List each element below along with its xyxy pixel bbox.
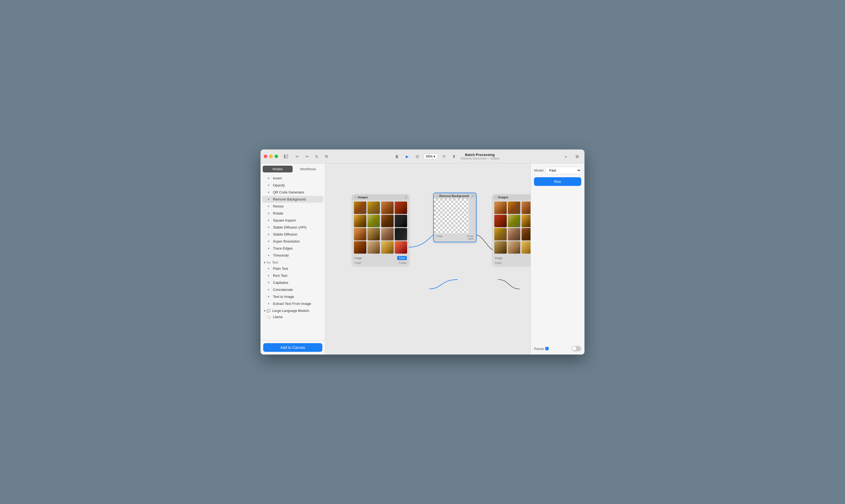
food-image xyxy=(367,201,380,214)
play-button[interactable]: ▶ xyxy=(403,152,411,161)
pause-row: Pause i xyxy=(534,344,581,351)
node-ports-right: Image Images xyxy=(493,261,530,265)
rb-port-image: Image xyxy=(436,235,443,240)
sidebar-item-label: Concatenate xyxy=(273,288,293,292)
clear-button-left[interactable]: Clear xyxy=(397,256,407,260)
sidebar-item-super-resolution[interactable]: ✦ Super Resolution xyxy=(262,238,323,245)
zoom-control[interactable]: 65% ▾ xyxy=(424,154,438,159)
rb-port-image-out: Image xyxy=(467,235,474,237)
sidebar-item-concatenate[interactable]: ✦ Concatenate xyxy=(262,286,323,293)
sidebar-item-resize[interactable]: ✦ Resize xyxy=(262,203,323,210)
sidebar-item-label: Threshold xyxy=(273,253,288,257)
fit-button[interactable]: ⊡ xyxy=(413,152,421,161)
sidebar-item-remove-bg[interactable]: ✦ Remove Background xyxy=(262,196,323,203)
align-button[interactable]: ⊓ xyxy=(440,152,448,161)
images-node-left[interactable]: ✕ Images ⊡ xyxy=(352,195,409,265)
node-expand-rb-button[interactable]: ⊡ xyxy=(472,195,474,198)
sidebar-item-invert[interactable]: ✦ Invert xyxy=(262,175,323,182)
node-header-left-content: ✕ Images xyxy=(354,196,368,199)
maximize-button[interactable] xyxy=(275,155,278,158)
panel-toggle-button[interactable]: ⊞ xyxy=(573,152,581,161)
node-icon: ✦ xyxy=(266,288,271,292)
sidebar-toggle-button[interactable] xyxy=(282,153,290,160)
redo-button[interactable]: ↪ xyxy=(303,152,311,161)
add-to-canvas-button[interactable]: Add to Canvas xyxy=(263,343,322,352)
food-image xyxy=(354,241,366,254)
sidebar-item-opacity[interactable]: ✦ Opacity xyxy=(262,182,323,188)
svg-rect-1 xyxy=(286,155,288,155)
node-header-right-content: ✕ Images xyxy=(495,196,508,199)
food-image xyxy=(494,241,507,254)
canvas-area[interactable]: ✕ Images ⊡ xyxy=(325,163,530,355)
sidebar-item-label: Trace Edges xyxy=(273,246,293,250)
minimize-button[interactable] xyxy=(269,155,273,158)
sidebar-item-square-aspect[interactable]: ✦ Square Aspect xyxy=(262,217,323,224)
titlebar-actions-left: ↩ ↪ ⎘ ⧉ xyxy=(293,152,331,161)
text-type-icon: Aa xyxy=(266,260,270,265)
model-select[interactable]: Fast Quality Standard xyxy=(546,167,581,174)
sidebar-footer: Add to Canvas xyxy=(261,340,325,355)
node-icon: ✦ xyxy=(266,191,271,194)
node-icon: ✦ xyxy=(266,218,271,222)
food-image xyxy=(367,215,380,227)
sidebar-item-llama[interactable]: 🦙 Llama xyxy=(262,313,323,320)
remove-bg-node[interactable]: ✕ Remove Background ⊡ Image Image Mask xyxy=(433,193,476,242)
sidebar-item-plain-text[interactable]: ✦ Plain Text xyxy=(262,265,323,272)
chevron-down-icon: ▾ xyxy=(264,260,265,265)
llama-icon: 🦙 xyxy=(266,315,271,319)
sidebar-item-label: Extract Text From Image xyxy=(273,302,311,306)
rb-port-right: Image Mask xyxy=(467,235,474,240)
food-image xyxy=(522,215,531,227)
run-button[interactable]: Run xyxy=(534,177,581,186)
port-label-image: Image xyxy=(354,262,361,264)
sidebar-item-rotate[interactable]: ✦ Rotate xyxy=(262,210,323,217)
node-icon: ✦ xyxy=(266,177,271,180)
node-close-button[interactable]: ✕ xyxy=(354,196,357,199)
node-close-rb-button[interactable]: ✕ xyxy=(436,195,438,198)
food-image xyxy=(381,241,393,254)
traffic-lights xyxy=(264,155,278,158)
sidebar-item-label: Square Aspect xyxy=(273,218,296,222)
sidebar-item-threshold[interactable]: ✦ Threshold xyxy=(262,252,323,259)
pause-label: Pause i xyxy=(534,347,549,351)
more-button[interactable]: » xyxy=(562,152,570,161)
sidebar-item-stable-diffusion[interactable]: ✦ Stable Diffusion xyxy=(262,231,323,238)
food-image-grid-left xyxy=(352,200,409,255)
sidebar-item-capitalize[interactable]: ✦ Capitalize xyxy=(262,279,323,286)
tab-workflows[interactable]: Workflows xyxy=(293,166,323,173)
food-image xyxy=(508,241,520,254)
sidebar-item-extract-text[interactable]: ✦ Extract Text From Image xyxy=(262,300,323,307)
food-image xyxy=(494,228,507,240)
food-image xyxy=(522,241,531,254)
sidebar-tabs: Nodes Workflows xyxy=(261,163,325,173)
section-llm[interactable]: ▾ 💬 Large Language Models xyxy=(261,307,325,313)
copy-style-button[interactable]: ⎘ xyxy=(313,152,321,161)
pause-info-icon: i xyxy=(545,347,549,350)
close-button[interactable] xyxy=(264,155,267,158)
food-image xyxy=(522,228,531,240)
port-label-image-right: Image xyxy=(495,262,501,264)
share-button[interactable]: ⬆ xyxy=(450,152,458,161)
chevron-down-icon: ▾ xyxy=(264,309,265,313)
svg-rect-0 xyxy=(284,155,285,158)
sidebar-item-qr-code[interactable]: ✦ QR Code Generator xyxy=(262,189,323,196)
sidebar-item-text-to-image[interactable]: ✦ Text to Image xyxy=(262,293,323,300)
sidebar-item-label: Capitalize xyxy=(273,281,288,285)
node-icon: ✦ xyxy=(266,267,271,271)
delete-button[interactable]: 🗑 xyxy=(393,152,401,161)
sidebar-item-stable-diffusion-api[interactable]: ✦ Stable Diffusion (API) xyxy=(262,224,323,231)
sidebar-item-trace-edges[interactable]: ✦ Trace Edges xyxy=(262,245,323,252)
paste-style-button[interactable]: ⧉ xyxy=(322,152,331,161)
images-node-right[interactable]: ✕ Images ⊡ xyxy=(493,195,530,265)
node-ports-left: Image Images xyxy=(352,261,409,265)
food-image xyxy=(508,228,520,240)
node-header-right: ✕ Images ⊡ xyxy=(493,195,530,200)
section-text[interactable]: ▾ Aa Text xyxy=(261,259,325,265)
tab-nodes[interactable]: Nodes xyxy=(263,166,293,173)
sidebar-item-rich-text[interactable]: ✦ Rich Text xyxy=(262,272,323,279)
node-expand-button[interactable]: ⊡ xyxy=(405,196,407,199)
pause-toggle[interactable] xyxy=(571,346,581,351)
section-text-label: Text xyxy=(272,260,278,265)
node-close-right-button[interactable]: ✕ xyxy=(495,196,497,199)
undo-button[interactable]: ↩ xyxy=(293,152,301,161)
